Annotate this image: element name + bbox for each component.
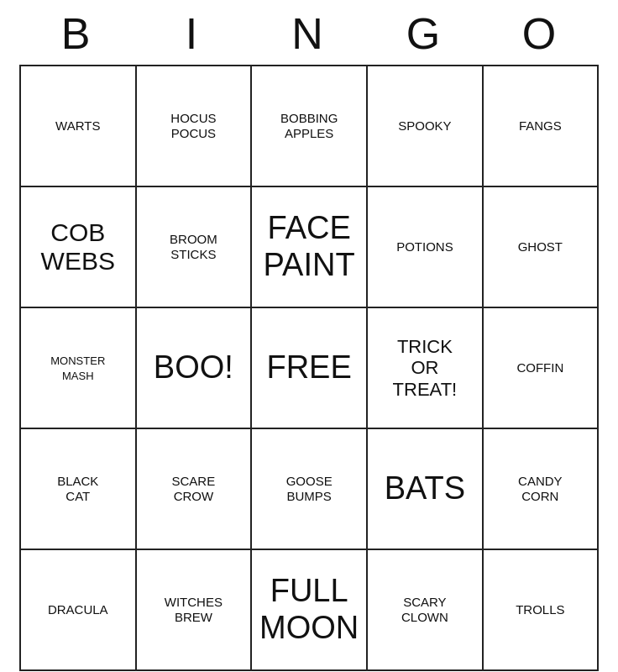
bingo-cell: SCARECROW: [136, 428, 252, 549]
cell-text: GHOST: [518, 239, 563, 254]
table-row: BLACKCATSCARECROWGOOSEBUMPSBATSCANDYCORN: [20, 428, 598, 549]
table-row: WARTSHOCUSPOCUSBOBBINGAPPLESSPOOKYFANGS: [20, 66, 598, 186]
cell-text: FULLMOON: [259, 573, 359, 645]
cell-text: MONSTERMASH: [50, 354, 105, 382]
cell-text: CANDYCORN: [518, 474, 563, 503]
cell-text: GOOSEBUMPS: [286, 474, 333, 503]
bingo-cell: BROOMSTICKS: [136, 186, 252, 307]
cell-text: BATS: [385, 470, 465, 506]
cell-text: FREE: [266, 349, 351, 385]
bingo-cell: TRICKORTREAT!: [367, 307, 483, 428]
cell-text: WARTS: [55, 118, 100, 133]
table-row: COBWEBSBROOMSTICKSFACEPAINTPOTIONSGHOST: [20, 186, 598, 307]
bingo-cell: DRACULA: [20, 549, 136, 670]
bingo-cell: WITCHESBREW: [136, 549, 252, 670]
cell-text: SPOOKY: [398, 118, 451, 133]
cell-text: SCARYCLOWN: [401, 595, 448, 624]
cell-text: DRACULA: [48, 602, 108, 617]
bingo-cell: POTIONS: [367, 186, 483, 307]
bingo-grid: WARTSHOCUSPOCUSBOBBINGAPPLESSPOOKYFANGSC…: [19, 66, 599, 671]
bingo-cell: MONSTERMASH: [20, 307, 136, 428]
bingo-cell: BLACKCAT: [20, 428, 136, 549]
bingo-cell: FREE: [251, 307, 367, 428]
table-row: MONSTERMASHBOO!FREETRICKORTREAT!COFFIN: [20, 307, 598, 428]
cell-text: TRICKORTREAT!: [393, 336, 458, 400]
cell-text: BROOMSTICKS: [170, 232, 217, 261]
bingo-cell: FACEPAINT: [251, 186, 367, 307]
header-letter: I: [143, 8, 244, 59]
bingo-cell: WARTS: [20, 66, 136, 186]
header-letter: G: [374, 8, 475, 59]
cell-text: FANGS: [519, 118, 562, 133]
cell-text: TROLLS: [516, 602, 564, 617]
bingo-cell: FULLMOON: [251, 549, 367, 670]
cell-text: BOO!: [154, 349, 233, 385]
bingo-cell: COFFIN: [483, 307, 598, 428]
bingo-header: BINGO: [19, 0, 599, 66]
bingo-cell: TROLLS: [483, 549, 598, 670]
table-row: DRACULAWITCHESBREWFULLMOONSCARYCLOWNTROL…: [20, 549, 598, 670]
bingo-cell: CANDYCORN: [483, 428, 598, 549]
cell-text: BLACKCAT: [57, 474, 98, 503]
cell-text: WITCHESBREW: [165, 595, 223, 624]
bingo-cell: SPOOKY: [367, 66, 483, 186]
bingo-cell: HOCUSPOCUS: [136, 66, 252, 186]
header-letter: O: [490, 8, 591, 59]
cell-text: FACEPAINT: [264, 210, 355, 282]
cell-text: COBWEBS: [41, 218, 115, 276]
cell-text: BOBBINGAPPLES: [280, 111, 338, 140]
bingo-cell: GHOST: [483, 186, 598, 307]
header-letter: B: [27, 8, 128, 59]
cell-text: COFFIN: [516, 360, 563, 375]
cell-text: HOCUSPOCUS: [170, 111, 216, 140]
header-letter: N: [259, 8, 359, 59]
cell-text: POTIONS: [396, 239, 453, 254]
bingo-cell: FANGS: [483, 66, 598, 186]
bingo-cell: GOOSEBUMPS: [251, 428, 367, 549]
bingo-cell: BOO!: [136, 307, 252, 428]
cell-text: SCARECROW: [172, 474, 216, 503]
bingo-cell: BATS: [367, 428, 483, 549]
bingo-cell: COBWEBS: [20, 186, 136, 307]
bingo-cell: BOBBINGAPPLES: [251, 66, 367, 186]
bingo-cell: SCARYCLOWN: [367, 549, 483, 670]
